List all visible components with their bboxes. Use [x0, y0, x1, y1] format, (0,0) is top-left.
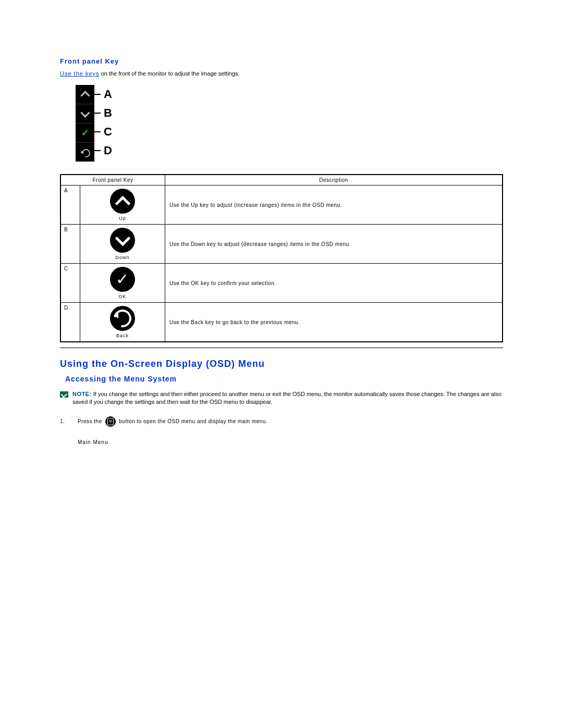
table-row: B Down Use the Down key to adjust (decre… [60, 225, 503, 264]
intro-tail: on the front of the monitor to adjust th… [100, 70, 240, 77]
chevron-down-icon [80, 109, 90, 118]
label-c: C [104, 125, 112, 139]
front-panel-key-table: Front panel Key Description A Up Use the… [60, 174, 503, 342]
front-panel-key-heading: Front panel Key [60, 57, 503, 65]
step-number: 1. [60, 418, 68, 424]
row-caption: OK [83, 294, 162, 299]
front-panel-figure: ✓ A B C D [76, 85, 503, 162]
row-description: Use the Down key to adjust (decrease ran… [165, 225, 503, 264]
up-button-icon [110, 189, 135, 214]
osd-menu-heading: Using the On-Screen Display (OSD) Menu [60, 359, 503, 369]
section-divider [60, 348, 503, 348]
note-icon [60, 391, 68, 398]
menu-button-icon [105, 416, 116, 427]
row-letter: C [60, 264, 80, 303]
panel-labels: A B C D [94, 85, 112, 160]
row-description: Use the OK key to confirm your selection… [165, 264, 503, 303]
step-post: button to open the OSD menu and display … [119, 418, 267, 424]
step-text: Press the button to open the OSD menu an… [78, 416, 267, 427]
row-description: Use the Up key to adjust (increase range… [165, 186, 503, 225]
row-caption: Down [83, 255, 162, 260]
main-menu-label: Main Menu [78, 439, 503, 445]
front-panel-intro: Use the keys on the front of the monitor… [60, 70, 503, 77]
panel-button-strip: ✓ [76, 85, 94, 162]
note-body: If you change the settings and then eith… [72, 391, 501, 405]
down-button-icon [110, 228, 135, 253]
step-pre: Press the [78, 418, 104, 424]
col-header-key: Front panel Key [60, 175, 165, 186]
note-block: NOTE: If you change the settings and the… [60, 390, 503, 406]
check-icon: ✓ [80, 128, 90, 138]
accessing-menu-heading: Accessing the Menu System [65, 375, 503, 383]
row-description: Use the Back key to go back to the previ… [165, 303, 503, 342]
col-header-desc: Description [165, 175, 503, 186]
row-caption: Up [83, 216, 162, 221]
row-caption: Back [83, 333, 162, 338]
label-d: D [104, 144, 112, 157]
step-1: 1. Press the button to open the OSD menu… [60, 416, 503, 427]
back-button-icon [110, 306, 135, 331]
ok-button-icon: ✓ [110, 267, 135, 292]
table-row: A Up Use the Up key to adjust (increase … [60, 186, 503, 225]
row-letter: B [60, 225, 80, 264]
label-b: B [104, 106, 112, 120]
label-a: A [104, 88, 112, 101]
use-the-keys-link[interactable]: Use the keys [60, 70, 100, 77]
back-icon [80, 147, 90, 157]
table-row: D Back Use the Back key to go back to th… [60, 303, 503, 342]
row-letter: D [60, 303, 80, 342]
table-row: C ✓ OK Use the OK key to confirm your se… [60, 264, 503, 303]
row-letter: A [60, 186, 80, 225]
note-lead: NOTE: [72, 391, 92, 397]
chevron-up-icon [80, 90, 90, 99]
